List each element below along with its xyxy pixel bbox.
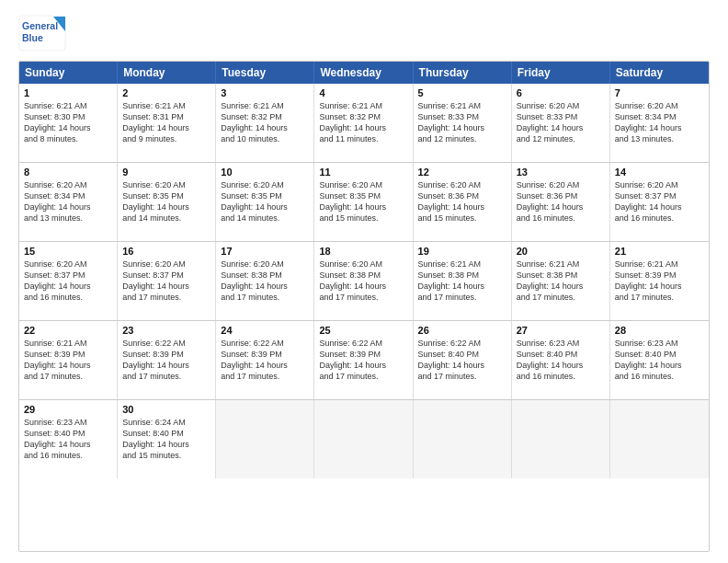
- cell-line: Daylight: 14 hours: [319, 122, 407, 133]
- cell-line: Sunset: 8:34 PM: [24, 190, 112, 201]
- cell-line: Daylight: 14 hours: [319, 360, 407, 371]
- cell-line: Daylight: 14 hours: [221, 360, 309, 371]
- cell-line: Sunrise: 6:21 AM: [418, 100, 506, 111]
- cell-line: Sunrise: 6:20 AM: [517, 179, 605, 190]
- day-number: 30: [122, 404, 210, 415]
- cell-line: Daylight: 14 hours: [122, 439, 210, 450]
- cell-line: Sunset: 8:30 PM: [24, 111, 112, 122]
- calendar-row: 29Sunrise: 6:23 AMSunset: 8:40 PMDayligh…: [19, 399, 709, 478]
- cal-header-day: Thursday: [414, 62, 512, 84]
- cell-line: and 16 minutes.: [24, 450, 112, 461]
- calendar-cell: 10Sunrise: 6:20 AMSunset: 8:35 PMDayligh…: [216, 163, 314, 241]
- cell-line: Sunset: 8:32 PM: [319, 111, 407, 122]
- day-number: 19: [418, 246, 506, 257]
- cell-line: Sunset: 8:40 PM: [24, 428, 112, 439]
- cell-line: Sunrise: 6:20 AM: [24, 259, 112, 270]
- cal-header-day: Tuesday: [216, 62, 314, 84]
- calendar-cell: 18Sunrise: 6:20 AMSunset: 8:38 PMDayligh…: [314, 242, 413, 320]
- day-number: 21: [615, 246, 704, 257]
- cell-line: and 15 minutes.: [122, 450, 210, 461]
- cell-line: Daylight: 14 hours: [517, 201, 605, 213]
- calendar-cell: [512, 400, 610, 478]
- cell-line: and 12 minutes.: [517, 133, 605, 144]
- cell-line: and 17 minutes.: [517, 292, 605, 303]
- day-number: 5: [418, 87, 506, 98]
- cell-line: Sunrise: 6:22 AM: [221, 338, 309, 349]
- cell-line: and 12 minutes.: [418, 133, 506, 144]
- cell-line: Daylight: 14 hours: [221, 122, 309, 133]
- day-number: 1: [24, 87, 112, 98]
- cell-line: Sunset: 8:39 PM: [24, 349, 112, 360]
- cell-line: Sunset: 8:33 PM: [418, 111, 506, 122]
- calendar-cell: 5Sunrise: 6:21 AMSunset: 8:33 PMDaylight…: [414, 84, 512, 162]
- day-number: 4: [319, 87, 407, 98]
- day-number: 10: [221, 167, 309, 178]
- cell-line: Sunset: 8:37 PM: [24, 270, 112, 281]
- cell-line: Sunset: 8:39 PM: [615, 270, 704, 281]
- day-number: 16: [122, 246, 210, 257]
- calendar-row: 1Sunrise: 6:21 AMSunset: 8:30 PMDaylight…: [19, 84, 709, 162]
- cell-line: Daylight: 14 hours: [517, 122, 605, 133]
- cell-line: Sunrise: 6:20 AM: [122, 179, 210, 190]
- calendar-cell: 23Sunrise: 6:22 AMSunset: 8:39 PMDayligh…: [118, 321, 216, 399]
- cell-line: and 11 minutes.: [319, 133, 407, 144]
- day-number: 6: [517, 87, 605, 98]
- cell-line: Sunrise: 6:20 AM: [418, 179, 506, 190]
- cell-line: Daylight: 14 hours: [615, 360, 704, 371]
- cell-line: Daylight: 14 hours: [24, 360, 112, 371]
- cell-line: Sunrise: 6:21 AM: [615, 259, 704, 270]
- cell-line: Sunrise: 6:21 AM: [221, 100, 309, 111]
- cell-line: Daylight: 14 hours: [615, 281, 704, 292]
- cell-line: Sunrise: 6:21 AM: [517, 259, 605, 270]
- day-number: 14: [615, 167, 704, 178]
- cell-line: and 17 minutes.: [122, 371, 210, 382]
- cell-line: and 16 minutes.: [517, 213, 605, 224]
- cell-line: Sunset: 8:35 PM: [122, 190, 210, 201]
- cell-line: and 17 minutes.: [24, 371, 112, 382]
- calendar-cell: 1Sunrise: 6:21 AMSunset: 8:30 PMDaylight…: [19, 84, 118, 162]
- cell-line: Sunrise: 6:20 AM: [319, 179, 407, 190]
- cell-line: Sunset: 8:33 PM: [517, 111, 605, 122]
- day-number: 7: [615, 87, 704, 98]
- cell-line: Daylight: 14 hours: [24, 201, 112, 213]
- cell-line: Daylight: 14 hours: [418, 360, 506, 371]
- cell-line: and 16 minutes.: [615, 213, 704, 224]
- calendar-header: SundayMondayTuesdayWednesdayThursdayFrid…: [19, 62, 709, 84]
- calendar-cell: 2Sunrise: 6:21 AMSunset: 8:31 PMDaylight…: [118, 84, 216, 162]
- day-number: 11: [319, 167, 407, 178]
- calendar-cell: 11Sunrise: 6:20 AMSunset: 8:35 PMDayligh…: [314, 163, 413, 241]
- cell-line: Sunset: 8:37 PM: [122, 270, 210, 281]
- cell-line: Sunrise: 6:20 AM: [615, 179, 704, 190]
- calendar-cell: 16Sunrise: 6:20 AMSunset: 8:37 PMDayligh…: [118, 242, 216, 320]
- cell-line: Sunrise: 6:20 AM: [24, 179, 112, 190]
- calendar-row: 8Sunrise: 6:20 AMSunset: 8:34 PMDaylight…: [19, 162, 709, 241]
- cell-line: Daylight: 14 hours: [319, 201, 407, 213]
- day-number: 15: [24, 246, 112, 257]
- calendar-cell: 21Sunrise: 6:21 AMSunset: 8:39 PMDayligh…: [610, 242, 709, 320]
- cell-line: Sunrise: 6:20 AM: [221, 259, 309, 270]
- cell-line: and 10 minutes.: [221, 133, 309, 144]
- cell-line: and 17 minutes.: [418, 371, 506, 382]
- calendar-cell: 20Sunrise: 6:21 AMSunset: 8:38 PMDayligh…: [512, 242, 610, 320]
- cell-line: Sunrise: 6:20 AM: [319, 259, 407, 270]
- cell-line: Sunset: 8:38 PM: [418, 270, 506, 281]
- calendar: SundayMondayTuesdayWednesdayThursdayFrid…: [18, 61, 710, 552]
- day-number: 13: [517, 167, 605, 178]
- cell-line: and 17 minutes.: [615, 292, 704, 303]
- logo: General Blue: [18, 15, 66, 52]
- logo-svg: General Blue: [18, 15, 66, 52]
- cell-line: and 14 minutes.: [221, 213, 309, 224]
- calendar-cell: 8Sunrise: 6:20 AMSunset: 8:34 PMDaylight…: [19, 163, 118, 241]
- day-number: 17: [221, 246, 309, 257]
- cell-line: and 15 minutes.: [418, 213, 506, 224]
- cell-line: Daylight: 14 hours: [24, 122, 112, 133]
- calendar-cell: 3Sunrise: 6:21 AMSunset: 8:32 PMDaylight…: [216, 84, 314, 162]
- cell-line: and 15 minutes.: [319, 213, 407, 224]
- cell-line: and 17 minutes.: [319, 292, 407, 303]
- calendar-cell: [216, 400, 314, 478]
- cell-line: Sunset: 8:40 PM: [615, 349, 704, 360]
- cell-line: Daylight: 14 hours: [418, 201, 506, 213]
- cell-line: and 16 minutes.: [517, 371, 605, 382]
- cell-line: Sunset: 8:38 PM: [319, 270, 407, 281]
- day-number: 3: [221, 87, 309, 98]
